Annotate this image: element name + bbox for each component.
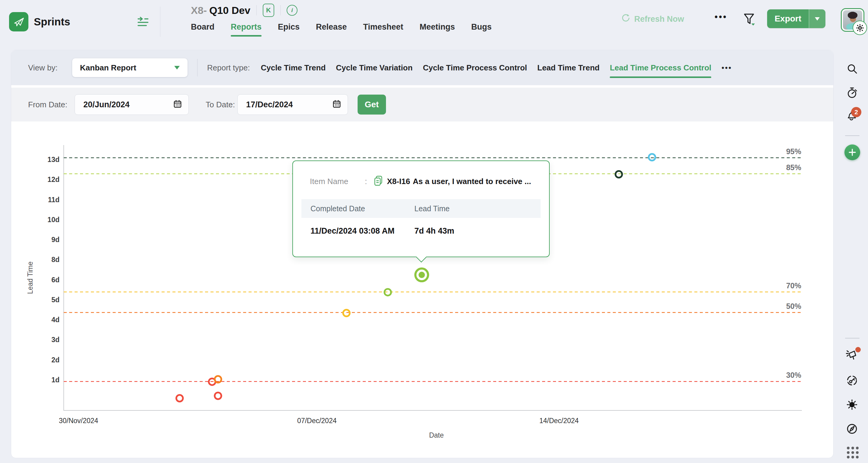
to-date-value: 17/Dec/2024 bbox=[246, 100, 293, 109]
percentile-label-70%: 70% bbox=[786, 281, 801, 290]
app-title: Sprints bbox=[34, 16, 70, 28]
percentile-label-30%: 30% bbox=[786, 371, 801, 379]
tooltip-table-row: 11/Dec/2024 03:08 AM 7d 4h 43m bbox=[302, 226, 540, 236]
export-button[interactable]: Export bbox=[767, 9, 809, 28]
more-menu-button[interactable]: ••• bbox=[715, 12, 727, 22]
data-point-selected-core[interactable] bbox=[418, 272, 425, 278]
collapse-sidebar-icon[interactable] bbox=[136, 16, 149, 30]
y-tick-label: 9d bbox=[51, 236, 60, 243]
data-point-tooltip: Item Name : X8-I16 As a user, I wanted t… bbox=[292, 161, 550, 257]
calendar-icon bbox=[332, 99, 342, 110]
report-type-more-button[interactable]: ••• bbox=[721, 63, 732, 72]
tab-meetings[interactable]: Meetings bbox=[420, 22, 455, 34]
lead-time-header: Lead Time bbox=[414, 204, 450, 213]
header-divider bbox=[160, 7, 160, 37]
colon: : bbox=[365, 177, 367, 186]
notification-count-badge[interactable]: 2 bbox=[851, 107, 861, 117]
sprints-logo[interactable] bbox=[9, 12, 28, 31]
key-access-icon[interactable] bbox=[846, 374, 858, 388]
announcement-badge-dot bbox=[855, 347, 861, 352]
percentile-label-95%: 95% bbox=[786, 147, 801, 156]
item-id[interactable]: X8-I16 bbox=[387, 177, 410, 186]
percentile-label-50%: 50% bbox=[786, 302, 801, 310]
tooltip-table-header: Completed Date Lead Time bbox=[302, 199, 540, 218]
view-by-value: Kanban Report bbox=[80, 63, 136, 73]
title-divider bbox=[256, 5, 257, 16]
story-item-icon bbox=[374, 176, 383, 187]
tab-bugs[interactable]: Bugs bbox=[471, 22, 492, 34]
calendar-icon bbox=[173, 99, 182, 110]
data-point[interactable] bbox=[649, 154, 655, 161]
completed-date-header: Completed Date bbox=[302, 204, 414, 213]
tab-release[interactable]: Release bbox=[316, 22, 347, 34]
from-date-label: From Date: bbox=[28, 100, 67, 109]
data-point[interactable] bbox=[616, 171, 622, 178]
y-tick-label: 2d bbox=[51, 356, 60, 364]
y-tick-label: 8d bbox=[51, 256, 60, 263]
theme-sun-icon[interactable] bbox=[846, 398, 858, 412]
kanban-board-badge[interactable]: K bbox=[263, 4, 274, 17]
export-dropdown-button[interactable] bbox=[809, 9, 826, 28]
completed-date-value: 11/Dec/2024 03:08 AM bbox=[302, 226, 414, 236]
info-icon[interactable]: i bbox=[287, 5, 298, 16]
report-type-cycle-time-trend[interactable]: Cycle Time Trend bbox=[261, 63, 326, 73]
search-icon[interactable] bbox=[846, 63, 858, 76]
project-tabs: Board Reports Epics Release Timesheet Me… bbox=[191, 22, 492, 34]
filter-bar-divider bbox=[197, 59, 197, 77]
y-tick-label: 4d bbox=[51, 316, 60, 324]
tab-board[interactable]: Board bbox=[191, 22, 214, 34]
y-tick-label: 11d bbox=[48, 196, 60, 204]
report-type-label: Report type: bbox=[207, 63, 250, 73]
user-avatar[interactable] bbox=[841, 8, 864, 32]
chevron-down-icon bbox=[174, 66, 180, 69]
data-point[interactable] bbox=[343, 310, 350, 316]
project-prefix: X8- bbox=[191, 4, 207, 16]
item-title[interactable]: As a user, I wanted to receive ... bbox=[413, 177, 531, 186]
report-type-tabs: Cycle Time Trend Cycle Time Variation Cy… bbox=[261, 63, 732, 73]
tab-epics[interactable]: Epics bbox=[278, 22, 300, 34]
view-by-label: View by: bbox=[28, 63, 58, 73]
percentile-label-85%: 85% bbox=[786, 163, 801, 172]
project-title-row: X8- Q10 Dev K i bbox=[191, 4, 298, 17]
y-tick-label: 12d bbox=[48, 176, 60, 183]
add-button[interactable] bbox=[844, 144, 860, 160]
x-axis-title: Date bbox=[429, 431, 444, 439]
filter-icon[interactable] bbox=[742, 12, 756, 28]
tab-timesheet[interactable]: Timesheet bbox=[363, 22, 403, 34]
tooltip-item-row: Item Name : X8-I16 As a user, I wanted t… bbox=[310, 176, 549, 187]
rail-divider bbox=[845, 136, 860, 136]
refresh-label: Refresh Now bbox=[634, 15, 684, 24]
x-tick-label: 30/Nov/2024 bbox=[59, 417, 98, 425]
report-type-lead-time-trend[interactable]: Lead Time Trend bbox=[537, 63, 599, 73]
y-tick-label: 5d bbox=[51, 296, 60, 304]
apps-grid-icon[interactable] bbox=[847, 447, 859, 459]
view-by-select[interactable]: Kanban Report bbox=[72, 58, 188, 77]
y-tick-label: 10d bbox=[48, 216, 60, 224]
data-point[interactable] bbox=[176, 395, 183, 402]
report-type-cycle-time-process-control[interactable]: Cycle Time Process Control bbox=[423, 63, 527, 73]
export-button-group: Export bbox=[767, 9, 826, 28]
get-button[interactable]: Get bbox=[358, 95, 386, 115]
data-point[interactable] bbox=[215, 393, 221, 399]
explore-compass-icon[interactable] bbox=[846, 423, 858, 436]
rail-divider bbox=[845, 338, 860, 339]
to-date-input[interactable]: 17/Dec/2024 bbox=[238, 94, 348, 115]
y-tick-label: 3d bbox=[51, 336, 60, 344]
report-type-lead-time-process-control[interactable]: Lead Time Process Control bbox=[610, 63, 711, 73]
x-tick-label: 14/Dec/2024 bbox=[539, 417, 579, 425]
refresh-icon bbox=[621, 13, 630, 25]
from-date-value: 20/Jun/2024 bbox=[83, 100, 130, 109]
tab-reports[interactable]: Reports bbox=[231, 22, 261, 34]
chevron-down-icon bbox=[815, 17, 820, 21]
settings-gear-icon[interactable] bbox=[852, 21, 867, 35]
refresh-now-button[interactable]: Refresh Now bbox=[621, 13, 684, 25]
to-date-label: To Date: bbox=[206, 100, 235, 109]
lead-time-value: 7d 4h 43m bbox=[414, 226, 454, 236]
project-name: Q10 Dev bbox=[209, 4, 250, 16]
report-type-cycle-time-variation[interactable]: Cycle Time Variation bbox=[336, 63, 412, 73]
paper-plane-icon bbox=[12, 15, 25, 29]
timer-icon[interactable] bbox=[846, 86, 858, 100]
from-date-input[interactable]: 20/Jun/2024 bbox=[74, 94, 189, 115]
item-name-label: Item Name bbox=[310, 177, 365, 186]
report-filter-bar: View by: Kanban Report Report type: Cycl… bbox=[11, 50, 833, 86]
